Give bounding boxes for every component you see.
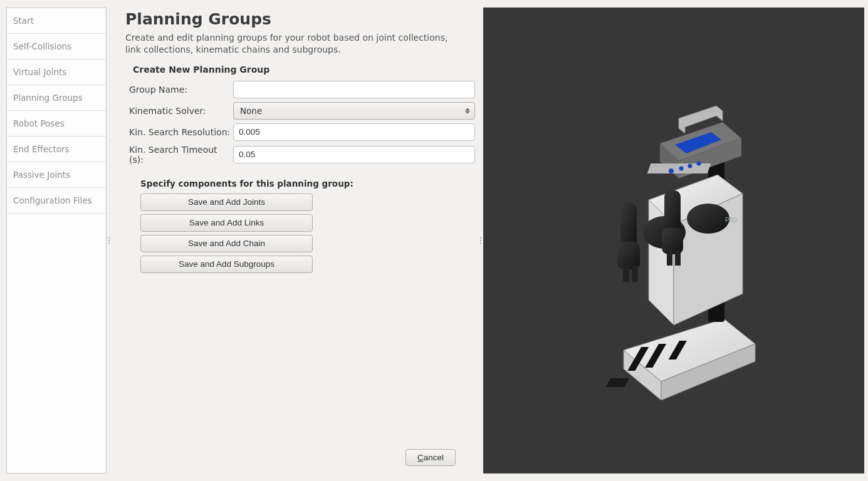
save-add-subgroups-button[interactable]: Save and Add Subgroups [140, 256, 313, 273]
sidebar-item-virtual-joints[interactable]: Virtual Joints [7, 59, 106, 85]
sidebar-nav: Start Self-Collisions Virtual Joints Pla… [6, 8, 107, 473]
components-label: Specify components for this planning gro… [140, 178, 475, 189]
page-title: Planning Groups [125, 10, 466, 28]
kin-search-resolution-label: Kin. Search Resolution: [129, 127, 233, 137]
sidebar-item-end-effectors[interactable]: End Effectors [7, 137, 106, 162]
cancel-button[interactable]: Cancel [405, 449, 456, 466]
robot-model-pr2-icon: PR2 [561, 62, 787, 400]
sidebar-item-configuration-files[interactable]: Configuration Files [7, 188, 106, 214]
bottom-bar: Cancel [125, 449, 466, 470]
sidebar-item-label: Passive Joints [13, 170, 70, 180]
updown-icon [465, 108, 470, 113]
svg-rect-12 [664, 190, 681, 233]
sidebar-item-label: Configuration Files [13, 195, 92, 205]
svg-rect-3 [605, 378, 629, 387]
sidebar-item-self-collisions[interactable]: Self-Collisions [7, 34, 106, 59]
svg-text:PR2: PR2 [725, 217, 738, 224]
svg-rect-8 [620, 203, 637, 247]
group-name-input[interactable] [233, 81, 475, 98]
svg-point-17 [669, 168, 674, 173]
sidebar-item-label: Robot Poses [13, 118, 65, 128]
splitter-left[interactable] [107, 8, 112, 473]
splitter-right[interactable] [478, 8, 483, 473]
svg-rect-11 [632, 266, 638, 282]
components-subsection: Specify components for this planning gro… [140, 178, 475, 273]
cancel-label-rest: ancel [424, 453, 444, 462]
save-add-joints-button[interactable]: Save and Add Joints [140, 194, 313, 211]
svg-point-6 [687, 204, 729, 234]
svg-rect-10 [623, 266, 629, 282]
sidebar-item-start[interactable]: Start [7, 8, 106, 34]
sidebar-item-label: Planning Groups [13, 93, 83, 103]
main-panel: Planning Groups Create and edit planning… [112, 8, 478, 473]
sidebar-item-passive-joints[interactable]: Passive Joints [7, 162, 106, 188]
kinematic-solver-label: Kinematic Solver: [129, 106, 233, 116]
kin-search-resolution-input[interactable] [233, 123, 475, 141]
svg-rect-15 [675, 251, 681, 266]
robot-3d-viewport[interactable]: PR2 [483, 8, 864, 473]
sidebar-item-planning-groups[interactable]: Planning Groups [7, 85, 106, 111]
save-add-links-button[interactable]: Save and Add Links [140, 214, 313, 232]
section-title: Create New Planning Group [133, 65, 466, 75]
kinematic-solver-select[interactable]: None [233, 102, 475, 120]
group-name-label: Group Name: [129, 85, 233, 95]
svg-point-18 [679, 167, 684, 171]
sidebar-item-robot-poses[interactable]: Robot Poses [7, 111, 106, 137]
sidebar-item-label: End Effectors [13, 144, 70, 154]
kin-search-timeout-label: Kin. Search Timeout (s): [129, 145, 233, 165]
page-description: Create and edit planning groups for your… [125, 32, 466, 56]
kin-search-timeout-input[interactable] [233, 146, 475, 163]
svg-rect-13 [662, 228, 683, 254]
sidebar-item-label: Self-Collisions [13, 41, 71, 51]
kinematic-solver-value: None [240, 106, 262, 116]
sidebar-item-label: Start [13, 16, 34, 26]
app-root: Start Self-Collisions Virtual Joints Pla… [0, 0, 868, 481]
svg-point-19 [688, 164, 693, 168]
sidebar-item-label: Virtual Joints [13, 67, 66, 77]
save-add-chain-button[interactable]: Save and Add Chain [140, 235, 313, 252]
svg-rect-9 [617, 242, 640, 269]
svg-point-20 [697, 162, 701, 166]
svg-rect-14 [667, 251, 672, 266]
planning-group-form: Group Name: Kinematic Solver: None Kin. … [129, 81, 475, 276]
